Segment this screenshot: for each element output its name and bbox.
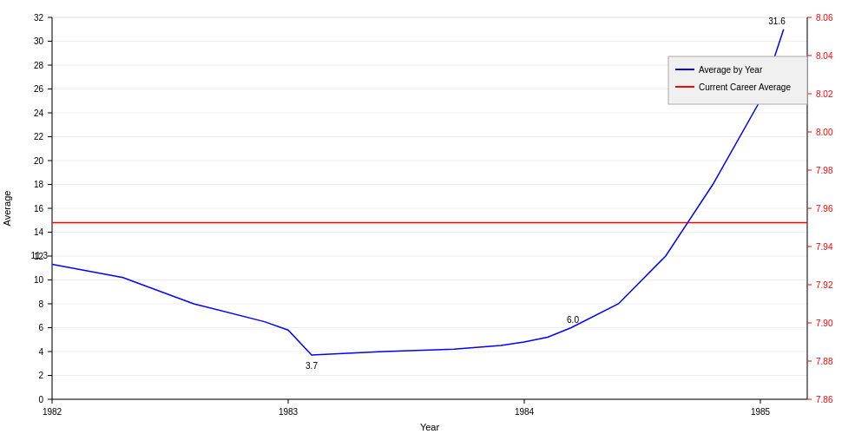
svg-text:30: 30 <box>34 36 44 46</box>
svg-text:20: 20 <box>34 156 44 166</box>
svg-text:7.96: 7.96 <box>816 204 833 214</box>
svg-text:0: 0 <box>38 395 43 404</box>
data-label-11-3: 11.3 <box>31 251 49 260</box>
left-y-axis-label: Average <box>2 191 12 227</box>
svg-text:7.86: 7.86 <box>816 395 833 404</box>
svg-text:32: 32 <box>34 13 44 23</box>
svg-text:1984: 1984 <box>515 407 535 417</box>
svg-text:28: 28 <box>34 61 44 70</box>
svg-text:8.04: 8.04 <box>816 51 833 61</box>
svg-text:4: 4 <box>38 347 43 357</box>
data-label-6-0: 6.0 <box>567 315 579 325</box>
legend-box <box>668 56 807 104</box>
legend-label-career-avg: Current Career Average <box>699 82 791 92</box>
left-y-axis: 0 2 4 6 8 10 12 14 16 18 20 22 2 <box>34 13 52 404</box>
svg-text:24: 24 <box>34 108 44 118</box>
svg-text:8.02: 8.02 <box>816 89 833 99</box>
data-label-3-7: 3.7 <box>306 361 318 371</box>
x-axis-label: Year <box>420 422 440 432</box>
svg-text:7.92: 7.92 <box>816 280 833 290</box>
svg-text:8.00: 8.00 <box>816 128 833 137</box>
x-axis: 1982 1983 1984 1985 <box>43 399 807 417</box>
chart-container: 0 2 4 6 8 10 12 14 16 18 20 22 2 <box>0 0 868 434</box>
svg-text:26: 26 <box>34 84 44 94</box>
svg-text:22: 22 <box>34 132 44 141</box>
svg-text:7.88: 7.88 <box>816 357 833 366</box>
svg-text:8: 8 <box>38 299 43 309</box>
svg-text:2: 2 <box>38 371 43 380</box>
svg-text:7.90: 7.90 <box>816 319 833 328</box>
svg-text:18: 18 <box>34 180 44 189</box>
svg-text:1983: 1983 <box>279 407 299 417</box>
right-y-axis: 7.86 7.88 7.90 7.92 7.94 7.96 7.98 8.00 … <box>807 13 833 404</box>
svg-text:10: 10 <box>34 275 44 285</box>
data-label-31-6: 31.6 <box>768 16 786 26</box>
svg-text:7.94: 7.94 <box>816 242 833 252</box>
svg-text:1982: 1982 <box>43 407 62 417</box>
svg-text:16: 16 <box>34 204 44 214</box>
svg-text:14: 14 <box>34 227 44 237</box>
svg-text:7.98: 7.98 <box>816 166 833 175</box>
legend-label-avg-year: Average by Year <box>699 65 763 75</box>
main-chart: 0 2 4 6 8 10 12 14 16 18 20 22 2 <box>0 0 868 434</box>
svg-text:8.06: 8.06 <box>816 13 833 23</box>
svg-text:6: 6 <box>38 323 43 332</box>
svg-text:1985: 1985 <box>751 407 771 417</box>
